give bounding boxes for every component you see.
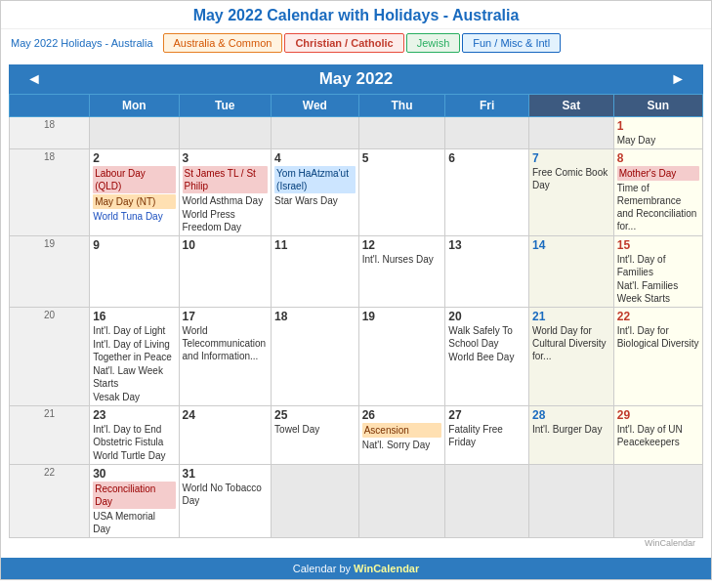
week-num-4: 21: [10, 406, 90, 465]
cal-cell: 8Mother's DayTime of Remembrance and Rec…: [613, 149, 702, 236]
day-number: 29: [617, 408, 630, 422]
day-number: 17: [183, 310, 195, 323]
day-number: 8: [617, 151, 624, 165]
calendar-event: May Day: [617, 134, 699, 147]
day-number: 10: [183, 238, 195, 252]
day-number: 3: [183, 151, 189, 165]
week-num-3: 20: [10, 308, 90, 406]
day-number: 22: [617, 310, 630, 323]
day-number: 7: [532, 151, 539, 165]
day-number: 30: [93, 467, 105, 481]
day-number: 4: [274, 151, 281, 165]
filter-bar: May 2022 Holidays - Australia Australia …: [1, 28, 711, 57]
day-number: 21: [532, 310, 545, 323]
calendar-event: World Tuna Day: [93, 210, 175, 223]
tab-jewish[interactable]: Jewish: [406, 33, 461, 53]
cal-cell: 11: [272, 236, 359, 308]
header-mon: Mon: [90, 95, 179, 117]
cal-cell: 21World Day for Cultural Diversity for..…: [529, 308, 614, 406]
cal-cell: 6: [445, 149, 529, 236]
cal-cell: 20Walk Safely To School DayWorld Bee Day: [445, 308, 529, 406]
wincalendar-credit: WinCalendar: [9, 538, 703, 550]
cal-cell: 24: [179, 406, 272, 465]
cal-cell: 31World No Tobacco Day: [179, 465, 272, 538]
calendar-event: Labour Day (QLD): [93, 166, 175, 193]
footer-text: Calendar by WinCalendar: [293, 563, 420, 574]
cal-cell: 15Int'l. Day of FamiliesNat'l. Families …: [613, 236, 702, 308]
calendar-event: Int'l. Day to End Obstetric Fistula: [93, 423, 175, 448]
filter-label: May 2022 Holidays - Australia: [11, 37, 153, 49]
cal-cell: 19: [358, 308, 445, 406]
filter-tabs: Australia & Common Christian / Catholic …: [163, 33, 562, 53]
calendar-event: Mother's Day: [617, 166, 699, 181]
calendar-event: Int'l. Day of UN Peacekeepers: [617, 423, 699, 448]
day-number: 24: [183, 408, 195, 422]
cal-cell: 17World Telecommunication and Informatio…: [179, 308, 272, 406]
calendar-event: Vesak Day: [93, 391, 175, 403]
tab-australia[interactable]: Australia & Common: [163, 33, 283, 53]
header-fri: Fri: [445, 95, 529, 117]
calendar-nav: ◄ May 2022 ►: [9, 64, 703, 94]
day-number: 15: [617, 238, 630, 252]
day-number: 5: [362, 151, 369, 165]
wincalendar-link[interactable]: WinCalendar: [354, 563, 419, 574]
tab-fun[interactable]: Fun / Misc & Intl: [462, 33, 561, 53]
cal-cell: 16Int'l. Day of LightInt'l. Day of Livin…: [90, 308, 179, 406]
calendar-event: World Telecommunication and Information.…: [183, 324, 269, 362]
calendar-event: Nat'l. Families Week Starts: [617, 279, 699, 305]
cal-cell: [179, 117, 272, 149]
calendar-container: ◄ May 2022 ► Mon Tue Wed Thu Fri Sat Sun…: [1, 57, 711, 558]
day-number: 13: [448, 238, 461, 252]
day-number: 28: [532, 408, 545, 422]
cal-cell: [529, 117, 614, 149]
calendar-event: May Day (NT): [93, 194, 175, 209]
cal-cell: 9: [90, 236, 179, 308]
calendar-event: World No Tobacco Day: [183, 482, 269, 507]
cal-cell: 10: [179, 236, 272, 308]
cal-cell: 25Towel Day: [272, 406, 359, 465]
calendar-event: Nat'l. Sorry Day: [362, 439, 442, 451]
day-number: 26: [362, 408, 375, 422]
cal-cell: 29Int'l. Day of UN Peacekeepers: [613, 406, 702, 465]
calendar-event: Walk Safely To School Day: [448, 324, 525, 350]
week-num-0: 18: [10, 117, 90, 149]
next-month-button[interactable]: ►: [662, 70, 693, 88]
header-sun: Sun: [613, 95, 702, 117]
calendar-event: St James TL / St Philip: [183, 166, 269, 193]
cal-cell: 14: [529, 236, 614, 308]
cal-cell: 7Free Comic Book Day: [529, 149, 614, 236]
calendar-event: World Press Freedom Day: [183, 208, 269, 233]
calendar-event: Int'l. Day of Light: [93, 324, 175, 337]
calendar-event: World Turtle Day: [93, 449, 175, 462]
calendar-event: Star Wars Day: [274, 194, 356, 207]
calendar-event: Reconciliation Day: [93, 482, 175, 509]
day-number: 31: [183, 467, 195, 481]
week-num-col-header: [10, 95, 90, 117]
prev-month-button[interactable]: ◄: [19, 70, 50, 88]
day-number: 14: [532, 238, 545, 252]
cal-cell: 1May Day: [613, 117, 702, 149]
day-number: 11: [274, 238, 287, 252]
cal-cell: 13: [445, 236, 529, 308]
cal-cell: [445, 117, 529, 149]
cal-cell: [529, 465, 614, 538]
calendar-event: Towel Day: [274, 423, 356, 436]
calendar-event: Time of Remembrance and Reconciliation f…: [617, 182, 699, 232]
calendar-event: Ascension: [362, 423, 442, 438]
header-tue: Tue: [179, 95, 272, 117]
calendar-event: Int'l. Burger Day: [532, 423, 610, 436]
cal-cell: 18: [272, 308, 359, 406]
calendar-event: Int'l. Nurses Day: [362, 253, 442, 266]
cal-cell: 4Yom HaAtzma'ut (Israel)Star Wars Day: [272, 149, 359, 236]
page-footer: Calendar by WinCalendar: [1, 558, 711, 579]
cal-cell: [358, 117, 445, 149]
cal-cell: 23Int'l. Day to End Obstetric FistulaWor…: [90, 406, 179, 465]
tab-christian[interactable]: Christian / Catholic: [284, 33, 403, 53]
day-number: 19: [362, 310, 375, 323]
calendar-event: Fatality Free Friday: [448, 423, 525, 448]
header-thu: Thu: [358, 95, 445, 117]
header-sat: Sat: [529, 95, 614, 117]
day-number: 20: [448, 310, 461, 323]
calendar-event: Int'l. Day of Families: [617, 253, 699, 278]
cal-cell: 3St James TL / St PhilipWorld Asthma Day…: [179, 149, 272, 236]
